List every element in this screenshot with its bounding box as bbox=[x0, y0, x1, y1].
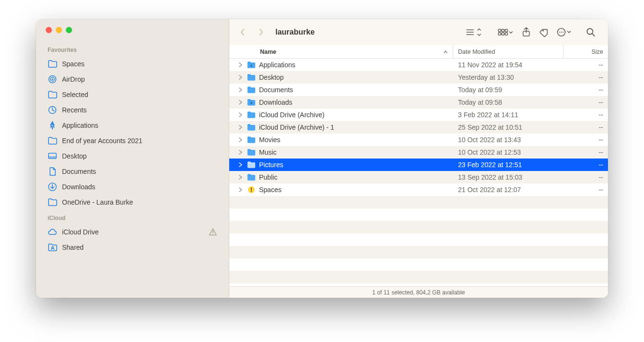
file-name: iCloud Drive (Archive) - 1 bbox=[259, 123, 334, 131]
sidebar-item-selected[interactable]: Selected bbox=[36, 87, 229, 102]
disclosure-triangle-icon[interactable] bbox=[238, 174, 244, 180]
folder-icon bbox=[48, 197, 57, 207]
file-row[interactable]: Documents Today at 09:59 -- bbox=[229, 84, 608, 96]
column-header-name[interactable]: Name bbox=[229, 45, 453, 58]
sidebar-item-label: Desktop bbox=[62, 152, 217, 160]
group-by-button[interactable] bbox=[495, 24, 517, 41]
action-menu-button[interactable] bbox=[554, 24, 574, 41]
file-name: Desktop bbox=[259, 73, 284, 81]
sidebar-item-label: Documents bbox=[62, 168, 217, 175]
file-size: -- bbox=[564, 61, 608, 69]
tags-button[interactable] bbox=[536, 24, 553, 41]
folder-icon bbox=[247, 147, 256, 157]
sidebar-item-label: OneDrive - Laura Burke bbox=[62, 198, 217, 206]
sidebar-item-spaces[interactable]: Spaces bbox=[36, 56, 229, 72]
view-mode-button[interactable] bbox=[462, 24, 485, 41]
forward-button[interactable] bbox=[252, 24, 270, 41]
file-size: -- bbox=[564, 86, 608, 94]
disclosure-triangle-icon[interactable] bbox=[238, 124, 244, 130]
file-name: Movies bbox=[259, 136, 280, 144]
close-window-button[interactable] bbox=[46, 27, 52, 33]
disclosure-triangle-icon[interactable] bbox=[238, 187, 244, 193]
file-name: Public bbox=[259, 173, 277, 181]
column-name-label: Name bbox=[260, 49, 276, 55]
disclosure-triangle-icon[interactable] bbox=[238, 74, 244, 80]
sidebar-item-label: Applications bbox=[62, 122, 217, 129]
file-row[interactable]: Desktop Yesterday at 13:30 -- bbox=[229, 71, 608, 84]
file-date: Today at 09:59 bbox=[453, 86, 564, 94]
file-date: 10 Oct 2022 at 12:53 bbox=[453, 148, 564, 156]
column-header-size[interactable]: Size bbox=[564, 45, 608, 58]
file-row[interactable]: Music 10 Oct 2022 at 12:53 -- bbox=[229, 146, 608, 159]
window-title: lauraburke bbox=[271, 28, 320, 37]
sidebar-item-label: Spaces bbox=[62, 60, 217, 68]
sidebar-item-shared[interactable]: Shared bbox=[36, 240, 229, 255]
clock-icon bbox=[48, 105, 57, 115]
sidebar-section-label: Favourites bbox=[36, 42, 229, 56]
svg-rect-4 bbox=[502, 29, 504, 32]
column-header-date[interactable]: Date Modified bbox=[453, 45, 564, 58]
file-name: Applications bbox=[259, 61, 296, 69]
column-header: Name Date Modified Size bbox=[229, 45, 608, 59]
sidebar-item-icloud-drive[interactable]: iCloud Drive bbox=[36, 224, 229, 240]
file-name: iCloud Drive (Archive) bbox=[259, 111, 324, 119]
file-size: -- bbox=[564, 186, 608, 194]
file-row[interactable]: iCloud Drive (Archive) 3 Feb 2022 at 14:… bbox=[229, 109, 608, 121]
search-button[interactable] bbox=[582, 24, 599, 41]
file-row[interactable]: A Applications 11 Nov 2022 at 19:54 -- bbox=[229, 59, 608, 71]
disclosure-triangle-icon[interactable] bbox=[238, 149, 244, 155]
disclosure-triangle-icon[interactable] bbox=[238, 87, 244, 93]
svg-rect-3 bbox=[498, 29, 501, 32]
file-row[interactable]: Downloads Today at 09:58 -- bbox=[229, 96, 608, 109]
file-row[interactable]: iCloud Drive (Archive) - 1 25 Sep 2022 a… bbox=[229, 121, 608, 134]
file-date: 10 Oct 2022 at 13:43 bbox=[453, 136, 564, 144]
share-icon bbox=[522, 27, 531, 37]
file-row[interactable]: Spaces 21 Oct 2022 at 12:07 -- bbox=[229, 183, 608, 196]
file-date: 25 Sep 2022 at 10:51 bbox=[453, 123, 564, 131]
column-date-label: Date Modified bbox=[458, 49, 495, 55]
file-list[interactable]: A Applications 11 Nov 2022 at 19:54 -- D… bbox=[229, 59, 608, 286]
file-size: -- bbox=[564, 123, 608, 131]
group-icon bbox=[497, 28, 514, 37]
svg-line-16 bbox=[592, 34, 594, 36]
folder-icon bbox=[247, 73, 256, 82]
file-size: -- bbox=[564, 136, 608, 144]
warning-icon bbox=[209, 228, 217, 236]
disclosure-triangle-icon[interactable] bbox=[238, 112, 244, 118]
sidebar: Favourites Spaces AirDrop Selected Recen… bbox=[36, 19, 229, 298]
airdrop-icon bbox=[48, 74, 57, 84]
sidebar-item-airdrop[interactable]: AirDrop bbox=[36, 72, 229, 87]
file-date: 3 Feb 2022 at 14:11 bbox=[453, 111, 564, 119]
disclosure-triangle-icon[interactable] bbox=[238, 62, 244, 68]
back-button[interactable] bbox=[234, 24, 251, 41]
file-date: 21 Oct 2022 at 12:07 bbox=[453, 186, 564, 194]
svg-rect-8 bbox=[505, 33, 508, 35]
sidebar-item-label: End of year Accounts 2021 bbox=[62, 137, 217, 145]
file-date: Today at 09:58 bbox=[453, 98, 564, 106]
sidebar-item-onedrive-laura-burke[interactable]: OneDrive - Laura Burke bbox=[36, 195, 229, 210]
svg-rect-7 bbox=[502, 33, 504, 35]
file-row[interactable]: Pictures 23 Feb 2022 at 12:51 -- bbox=[229, 159, 608, 171]
fullscreen-window-button[interactable] bbox=[66, 27, 72, 33]
sidebar-item-documents[interactable]: Documents bbox=[36, 164, 229, 179]
disclosure-triangle-icon[interactable] bbox=[238, 137, 244, 143]
sidebar-item-end-of-year-accounts-2021[interactable]: End of year Accounts 2021 bbox=[36, 133, 229, 148]
disclosure-triangle-icon[interactable] bbox=[238, 99, 244, 105]
file-size: -- bbox=[564, 111, 608, 119]
sidebar-item-recents[interactable]: Recents bbox=[36, 102, 229, 118]
sidebar-item-applications[interactable]: Applications bbox=[36, 118, 229, 133]
status-bar: 1 of 11 selected, 804,2 GB available bbox=[229, 286, 608, 298]
folder-icon bbox=[48, 90, 57, 99]
folder-icon bbox=[247, 85, 256, 95]
svg-point-13 bbox=[561, 31, 562, 32]
minimize-window-button[interactable] bbox=[56, 27, 62, 33]
folder-icon bbox=[247, 160, 256, 170]
file-row[interactable]: Movies 10 Oct 2022 at 13:43 -- bbox=[229, 134, 608, 146]
file-date: Yesterday at 13:30 bbox=[453, 73, 564, 81]
share-button[interactable] bbox=[518, 24, 535, 41]
disclosure-triangle-icon[interactable] bbox=[238, 162, 244, 168]
file-row[interactable]: Public 13 Sep 2022 at 15:03 -- bbox=[229, 171, 608, 183]
sidebar-item-downloads[interactable]: Downloads bbox=[36, 179, 229, 195]
sidebar-item-desktop[interactable]: Desktop bbox=[36, 148, 229, 164]
file-name: Spaces bbox=[259, 186, 282, 194]
